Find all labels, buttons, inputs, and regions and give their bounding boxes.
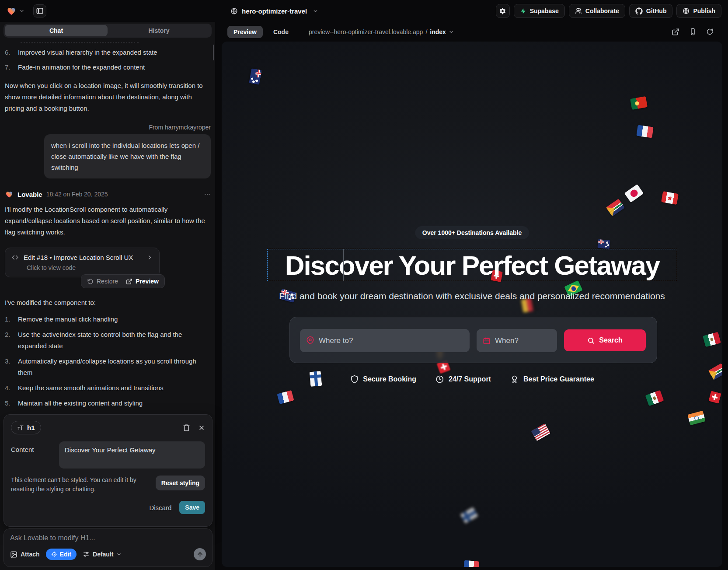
preview-toolbar: Preview Code preview--hero-optimizer-tra… bbox=[222, 22, 722, 42]
restore-button[interactable]: Restore bbox=[87, 278, 118, 285]
search-button[interactable]: Search bbox=[564, 329, 646, 351]
flag-portugal-icon bbox=[630, 96, 648, 110]
text-caret bbox=[343, 249, 344, 281]
composer: Attach Edit Default bbox=[3, 528, 212, 567]
gear-icon bbox=[499, 7, 506, 15]
content-textarea[interactable]: Discover Your Perfect Getaway bbox=[59, 441, 205, 469]
restore-preview-pill: Restore Preview bbox=[81, 274, 165, 288]
flag-new-zealand-icon bbox=[597, 239, 610, 249]
assistant-name: Lovable bbox=[17, 191, 42, 198]
open-in-new-icon bbox=[672, 28, 679, 36]
project-chevron-down-icon bbox=[313, 8, 318, 14]
flag-france-icon bbox=[277, 390, 294, 404]
preview-url-host: preview--hero-optimizer-travel.lovable.a… bbox=[309, 28, 423, 35]
mode-selector-button[interactable]: Default bbox=[83, 551, 122, 558]
preview-url[interactable]: preview--hero-optimizer-travel.lovable.a… bbox=[309, 28, 454, 35]
open-in-new-tab-button[interactable] bbox=[672, 28, 679, 36]
preview-version-button[interactable]: Preview bbox=[126, 278, 159, 285]
flag-mexico-icon bbox=[645, 390, 664, 406]
edit-mode-button[interactable]: Edit bbox=[46, 549, 77, 560]
chat-sidebar: Chat History 6. Improved visual hierarch… bbox=[0, 22, 215, 570]
collaborate-button[interactable]: Collaborate bbox=[569, 4, 625, 18]
feature-secure-booking: Secure Booking bbox=[350, 375, 416, 384]
element-tag-badge[interactable]: h1 bbox=[11, 421, 41, 434]
lovable-logo-icon[interactable] bbox=[6, 6, 17, 16]
settings-button[interactable] bbox=[496, 4, 510, 18]
chevron-down-icon bbox=[116, 552, 122, 557]
close-panel-button[interactable] bbox=[198, 424, 205, 431]
assistant-numbered-list: 1. Remove the manual click handling 2. U… bbox=[5, 314, 211, 409]
url-chevron-down-icon bbox=[449, 29, 454, 35]
publish-button[interactable]: Publish bbox=[676, 4, 721, 18]
github-octocat-icon bbox=[635, 7, 643, 15]
message-more-button[interactable] bbox=[204, 191, 211, 198]
assistant-paragraph: I've modified the component to: bbox=[5, 297, 211, 308]
flag-india-icon bbox=[687, 411, 705, 425]
tab-code[interactable]: Code bbox=[267, 26, 295, 38]
flag-finland-icon bbox=[310, 371, 322, 387]
project-switcher[interactable]: hero-optimizer-travel bbox=[230, 0, 318, 22]
project-globe-icon bbox=[230, 7, 238, 15]
search-panel: Search bbox=[289, 317, 657, 363]
sliders-icon bbox=[83, 551, 90, 558]
chat-scrollbar-thumb[interactable] bbox=[213, 45, 214, 60]
arrow-up-icon bbox=[197, 551, 203, 558]
discard-button[interactable]: Discard bbox=[149, 504, 171, 511]
element-editor-panel: h1 Content Disco bbox=[3, 414, 212, 527]
tab-chat[interactable]: Chat bbox=[5, 25, 108, 36]
where-to-field[interactable] bbox=[300, 329, 470, 352]
smartphone-icon bbox=[689, 28, 697, 35]
styling-note-row: This element can't be styled. You can ed… bbox=[11, 476, 205, 494]
logo-menu-chevron-icon[interactable] bbox=[19, 8, 24, 14]
composer-input[interactable] bbox=[10, 534, 206, 542]
editor-actions-row: Discard Save bbox=[11, 501, 205, 514]
feature-support: 24/7 Support bbox=[435, 375, 491, 384]
when-input[interactable] bbox=[495, 336, 551, 345]
send-button[interactable] bbox=[194, 548, 206, 560]
calendar-icon bbox=[483, 337, 491, 345]
flag-switzerland-icon bbox=[708, 391, 721, 403]
edit-version-card[interactable]: Edit #18 • Improve Location Scroll UX Cl… bbox=[5, 248, 160, 277]
topbar-actions: Supabase Collaborate GitHub Publish bbox=[496, 0, 721, 22]
refresh-icon bbox=[706, 28, 714, 35]
message-timestamp: 18:42 on Feb 20, 2025 bbox=[46, 191, 200, 198]
people-icon bbox=[575, 7, 582, 14]
edit-card-row: Edit #18 • Improve Location Scroll UX bbox=[11, 254, 153, 261]
preview-url-separator: / bbox=[425, 28, 427, 35]
topbar-left bbox=[0, 4, 46, 17]
destinations-badge: Over 1000+ Destinations Available bbox=[415, 226, 529, 239]
tab-history[interactable]: History bbox=[108, 25, 210, 36]
preview-canvas: Over 1000+ Destinations Available Discov… bbox=[222, 42, 722, 567]
editor-panel-header: h1 bbox=[11, 421, 205, 434]
clipped-list-item bbox=[21, 42, 139, 43]
edit-card-title: Edit #18 • Improve Location Scroll UX bbox=[24, 254, 142, 261]
topbar: hero-optimizer-travel Supabase bbox=[0, 0, 728, 22]
assistant-paragraph: Now when you click on a location image, … bbox=[5, 80, 211, 114]
styling-note: This element can't be styled. You can ed… bbox=[11, 476, 150, 494]
save-button[interactable]: Save bbox=[179, 501, 205, 514]
flag-australia-icon bbox=[249, 68, 262, 85]
list-item: 1. Remove the manual click handling bbox=[5, 314, 211, 325]
refresh-button[interactable] bbox=[706, 28, 714, 35]
list-item: 7. Fade-in animation for the expanded co… bbox=[5, 62, 211, 73]
list-item: 5. Maintain all the existing content and… bbox=[5, 398, 211, 409]
editor-panel-actions bbox=[183, 424, 205, 431]
panel-left-icon bbox=[36, 7, 44, 15]
reset-styling-button[interactable]: Reset styling bbox=[156, 476, 205, 490]
crosshair-target-icon bbox=[51, 551, 57, 557]
publish-globe-icon bbox=[683, 7, 690, 14]
clock-icon bbox=[435, 375, 444, 384]
when-field[interactable] bbox=[477, 329, 557, 352]
attach-button[interactable]: Attach bbox=[10, 551, 40, 558]
device-preview-button[interactable] bbox=[689, 28, 697, 35]
flag-france-icon bbox=[463, 560, 479, 567]
github-button[interactable]: GitHub bbox=[629, 4, 673, 18]
supabase-button[interactable]: Supabase bbox=[514, 4, 565, 18]
preview-url-page: index bbox=[430, 28, 446, 35]
shield-icon bbox=[350, 375, 359, 384]
tab-preview[interactable]: Preview bbox=[227, 26, 263, 38]
sidebar-toggle-button[interactable] bbox=[33, 4, 46, 17]
delete-element-button[interactable] bbox=[183, 424, 190, 431]
hero-title[interactable]: Discover Your Perfect Getaway bbox=[285, 250, 659, 281]
where-to-input[interactable] bbox=[319, 336, 463, 345]
